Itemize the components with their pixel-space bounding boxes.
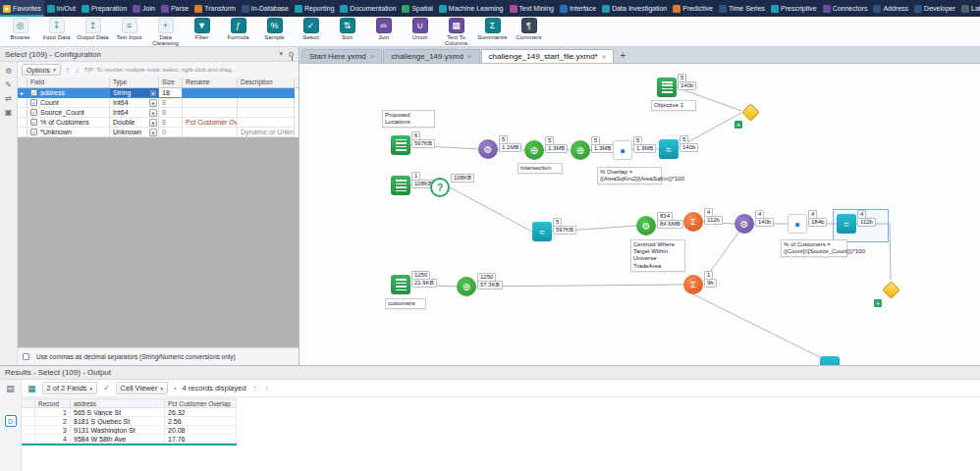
document-tab[interactable]: challenge_149_start_file.yxmd* × (481, 49, 615, 63)
palette-tool[interactable]: ▼ Filter (184, 18, 220, 40)
annotation[interactable]: customers (385, 298, 426, 309)
ribbon-tab[interactable]: Prescriptive (768, 0, 820, 17)
palette-tool[interactable]: Σ Summarize (474, 18, 511, 40)
pin-icon[interactable] (289, 52, 294, 57)
create-points-tool[interactable]: ⊕ 1250 57.3KB (457, 277, 476, 296)
browse-anchor-1[interactable] (741, 103, 761, 123)
address-cell[interactable]: 9131 Washington St (71, 426, 165, 435)
close-tab-icon[interactable]: × (370, 52, 375, 61)
palette-tool[interactable]: ¶ Comment (511, 18, 547, 40)
ribbon-tab[interactable]: Text Mining (507, 0, 557, 17)
down-arrow-button[interactable]: ↓ (264, 384, 270, 392)
field-size-cell[interactable]: 8 (159, 98, 183, 108)
field-description-cell[interactable]: Dynamic or Unknown Fields (238, 128, 295, 137)
ribbon-tab[interactable]: Connectors (820, 0, 871, 17)
ribbon-tab[interactable]: In/Out (44, 0, 79, 17)
pct-cell[interactable]: 20.08 (165, 426, 237, 435)
row-selector[interactable] (18, 128, 27, 137)
spatial-process-tool-2[interactable]: ⊕ 5 1.3MB (571, 140, 590, 160)
ribbon-tab[interactable]: Laboratory (958, 0, 980, 17)
palette-tool[interactable]: ▦ Text To Columns (438, 18, 474, 47)
result-row[interactable]: 1 565 S Vance St 26.32 (22, 408, 237, 417)
ribbon-tab[interactable]: Machine Learning (436, 0, 507, 17)
field-size-cell[interactable]: 8 (159, 118, 183, 128)
cell-viewer-dropdown[interactable]: Cell Viewer▾ (116, 382, 168, 394)
grid-icon[interactable]: ▦ (27, 384, 36, 393)
ribbon-tab[interactable]: Time Series (716, 0, 768, 17)
palette-tool[interactable]: ⇅ Sort (329, 18, 365, 40)
field-rename-cell[interactable] (183, 88, 238, 98)
document-tab[interactable]: Start Here.yxmd × (301, 49, 382, 63)
new-tab-button[interactable]: + (615, 47, 630, 63)
field-checkbox[interactable]: ✓ (30, 109, 37, 116)
ribbon-tab[interactable]: Address (870, 0, 911, 17)
ribbon-tab[interactable]: Preparation (79, 0, 130, 17)
ribbon-tab[interactable]: In-Database (239, 0, 292, 17)
field-description-cell[interactable] (238, 108, 295, 118)
up-arrow-button[interactable]: ↑ (252, 384, 258, 392)
record-cell[interactable]: 4 (35, 435, 71, 444)
bottom-tool[interactable]: ≈ (820, 356, 840, 365)
dynamic-input-tool[interactable]: ? 108KB (430, 178, 450, 197)
field-type-dropdown[interactable]: Int64▾ (110, 98, 159, 108)
result-row[interactable]: 2 8181 S Quebec St 2.56 (22, 417, 237, 426)
options-button[interactable]: Options▾ (22, 64, 61, 76)
workflow-canvas[interactable]: 5 140b + (299, 64, 980, 365)
move-down-button[interactable]: ↓ (75, 66, 81, 75)
annotation[interactable]: % of Customers = ([Count]/([Source_Count… (781, 239, 847, 257)
field-rename-cell[interactable] (183, 98, 238, 108)
field-size-cell[interactable]: 0 (159, 128, 183, 137)
field-rename-cell[interactable] (183, 108, 238, 118)
ribbon-tab[interactable]: Reporting (292, 0, 337, 17)
field-rename-cell[interactable]: Pct Customer Overlap (183, 118, 238, 128)
field-checkbox[interactable]: ✓ (30, 129, 37, 135)
annotation[interactable]: Intersection (517, 163, 563, 174)
field-type-dropdown[interactable]: Double▾ (110, 118, 159, 128)
palette-tool[interactable]: ƒ Formula (220, 18, 256, 40)
field-size-cell[interactable]: 8 (159, 108, 183, 118)
palette-tool[interactable]: ↧ Input Data (38, 18, 75, 40)
ribbon-tab[interactable]: Transform (191, 0, 239, 17)
palette-tool[interactable]: ≡ Text Input (111, 18, 147, 40)
result-row[interactable]: 4 9584 W 58th Ave 17.76 (22, 435, 237, 444)
wrench-icon[interactable]: ⚙ (5, 67, 12, 76)
annotation[interactable]: % Overlap = ([AreaSqKm2]/[AreaSqKm])*100 (597, 167, 662, 184)
spatial-info-tool[interactable]: ● 5 1.3MB (613, 140, 632, 160)
field-type-dropdown[interactable]: String▾ (110, 88, 159, 98)
row-selector[interactable] (22, 408, 35, 417)
document-tab[interactable]: challenge_149.yxmd × (383, 49, 479, 63)
palette-tool[interactable]: ∞ Join (365, 18, 402, 40)
plus-anchor-1[interactable]: + (735, 121, 754, 140)
collapse-chevron-icon[interactable]: ▾ (279, 50, 283, 58)
field-checkbox[interactable]: ✓ (30, 99, 37, 106)
field-description-cell[interactable] (238, 98, 295, 108)
annotation[interactable]: Objective 1 (651, 100, 696, 111)
ribbon-tab[interactable]: Spatial (399, 0, 435, 17)
union-tool[interactable]: ≈ 5 597KB (532, 222, 552, 241)
annotation-icon[interactable]: ✎ (5, 80, 12, 89)
plus-anchor-2[interactable]: + (874, 299, 894, 319)
record-cell[interactable]: 1 (35, 408, 71, 417)
address-cell[interactable]: 9584 W 58th Ave (71, 435, 165, 444)
summarize-tool[interactable]: Σ 4 112b (683, 212, 703, 232)
row-selector[interactable] (18, 118, 27, 128)
centroid-spatial-match[interactable]: ⚙ 834 84.6MB (636, 216, 656, 236)
field-row[interactable]: ✓% of Customers Double▾ 8 Pct Customer O… (18, 118, 299, 128)
ribbon-tab[interactable]: Data Investigation (599, 0, 670, 17)
browse-anchor-2[interactable] (882, 281, 901, 300)
field-row[interactable]: ✓Source_Count Int64▾ 8 (18, 108, 299, 118)
palette-tool[interactable]: % Sample (256, 18, 293, 40)
formula-tool[interactable]: ● 4 184b (788, 214, 807, 234)
field-size-cell[interactable]: 18 (159, 88, 183, 98)
palette-tool[interactable]: ◎ Browse (2, 18, 38, 40)
palette-tool[interactable]: ✓ Select (293, 18, 329, 40)
row-selector[interactable] (22, 426, 35, 435)
move-up-button[interactable]: ↑ (65, 66, 71, 75)
arrows-icon[interactable]: ⇄ (5, 94, 12, 103)
ribbon-tab[interactable]: Parse (158, 0, 191, 17)
ribbon-tab[interactable]: ★ Favorites (0, 0, 44, 17)
field-description-cell[interactable] (238, 88, 295, 98)
palette-tool[interactable]: ↥ Output Data (75, 18, 111, 40)
address-cell[interactable]: 565 S Vance St (71, 408, 165, 417)
row-selector[interactable] (18, 98, 27, 108)
